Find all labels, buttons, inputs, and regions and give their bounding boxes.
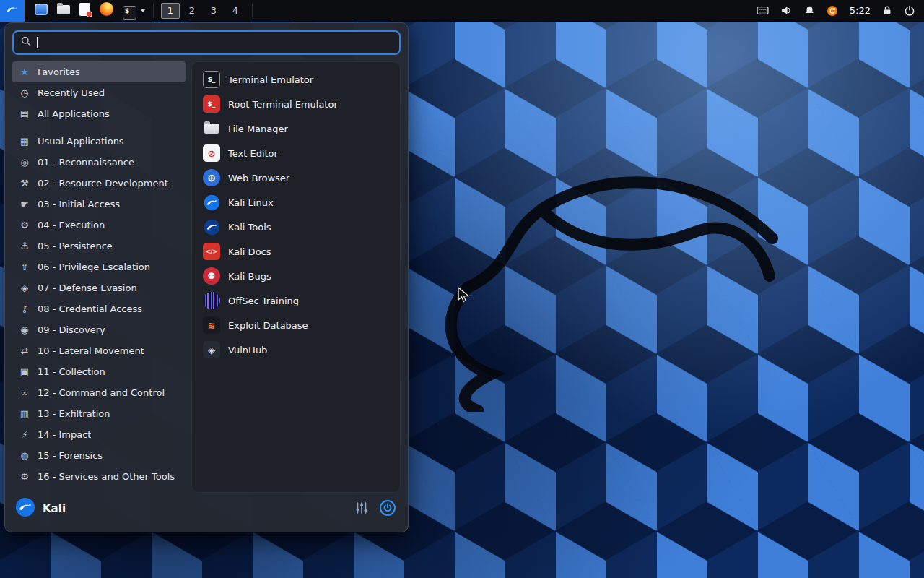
- text-caret: [37, 37, 38, 48]
- privilege-escalation-icon: ⇧: [18, 262, 31, 272]
- top-panel: $ 1234 5:22: [0, 0, 924, 22]
- workspace-button[interactable]: 1: [161, 3, 180, 19]
- menu-settings-button[interactable]: [353, 500, 370, 518]
- applications-menu-button[interactable]: [0, 0, 25, 22]
- app-item[interactable]: ◈VulnHub: [196, 337, 396, 362]
- category-label: 04 - Execution: [38, 220, 105, 230]
- menu-columns: ★Favorites◷Recently Used▤All Application…: [12, 61, 401, 493]
- category-item[interactable]: ◍15 - Forensics: [12, 445, 186, 466]
- app-item[interactable]: Kali Tools: [196, 215, 396, 239]
- category-item[interactable]: ⚙16 - Services and Other Tools: [12, 466, 186, 487]
- logout-button[interactable]: [378, 498, 398, 520]
- category-item[interactable]: ☛03 - Initial Access: [12, 194, 186, 215]
- favorites-app-list: $_Terminal Emulator$_Root Terminal Emula…: [191, 61, 401, 493]
- category-label: 07 - Defense Evasion: [38, 282, 137, 293]
- category-label: 06 - Privilege Escalation: [38, 262, 150, 272]
- window-launcher[interactable]: [35, 4, 48, 18]
- workspace-button[interactable]: 3: [204, 3, 223, 19]
- kali-bugs-icon: ⚉: [203, 267, 220, 285]
- category-item[interactable]: ⚡14 - Impact: [12, 424, 186, 445]
- updates-icon[interactable]: [827, 5, 838, 17]
- category-label: 02 - Resource Development: [38, 178, 168, 189]
- app-item[interactable]: ⊕Web Browser: [196, 165, 396, 190]
- app-item[interactable]: OffSec Training: [196, 288, 396, 313]
- clock[interactable]: 5:22: [850, 5, 871, 16]
- discovery-icon: ◉: [18, 324, 31, 335]
- category-label: 05 - Persistence: [38, 241, 113, 251]
- app-item[interactable]: $_Root Terminal Emulator: [196, 92, 396, 116]
- notifications-icon[interactable]: [804, 5, 815, 16]
- file-manager-launcher[interactable]: [57, 4, 70, 17]
- category-item[interactable]: ◈07 - Defense Evasion: [12, 277, 186, 298]
- keyboard-icon[interactable]: [757, 5, 769, 16]
- text-editor-launcher[interactable]: [79, 3, 90, 19]
- workspace-button[interactable]: 2: [183, 3, 201, 19]
- persistence-icon: ⚓: [18, 241, 31, 251]
- session-menu-icon[interactable]: [904, 5, 915, 17]
- web-browser-launcher[interactable]: [100, 2, 113, 19]
- panel-separator: [153, 4, 154, 18]
- category-list: ★Favorites◷Recently Used▤All Application…: [12, 61, 186, 493]
- exploit-database-icon: ≋: [203, 316, 220, 334]
- search-input[interactable]: [43, 37, 393, 49]
- tune-sliders-icon: [354, 501, 369, 517]
- tray-session-icons: [882, 5, 915, 17]
- text-editor-icon: ⊘: [203, 144, 220, 162]
- app-item[interactable]: ⚉Kali Bugs: [196, 264, 396, 288]
- forensics-icon: ◍: [18, 450, 31, 461]
- category-label: 11 - Collection: [38, 366, 105, 377]
- category-item[interactable]: ⚷08 - Credential Access: [12, 298, 186, 319]
- category-item[interactable]: ▤All Applications: [12, 103, 186, 124]
- app-label: File Manager: [228, 124, 288, 134]
- app-item[interactable]: Kali Linux: [196, 190, 396, 215]
- reconnaissance-icon: ◎: [18, 157, 31, 168]
- lateral-movement-icon: ⇄: [18, 345, 31, 356]
- category-item[interactable]: ⇧06 - Privilege Escalation: [12, 256, 186, 277]
- app-item[interactable]: File Manager: [196, 116, 396, 141]
- search-box[interactable]: [12, 30, 401, 55]
- category-item[interactable]: ◉09 - Discovery: [12, 319, 186, 340]
- category-item[interactable]: ⚓05 - Persistence: [12, 236, 186, 256]
- workspace-button[interactable]: 4: [226, 3, 245, 19]
- category-item[interactable]: ★Favorites: [12, 61, 186, 82]
- category-item[interactable]: ⚙04 - Execution: [12, 215, 186, 236]
- volume-icon[interactable]: [780, 5, 793, 16]
- search-icon: [20, 35, 32, 50]
- terminal-icon: $: [123, 2, 136, 20]
- category-item[interactable]: ▦Usual Applications: [12, 131, 186, 152]
- kali-linux-icon: [203, 194, 220, 211]
- favorites-icon: ★: [18, 66, 31, 77]
- credential-access-icon: ⚷: [18, 303, 31, 314]
- app-label: VulnHub: [228, 345, 267, 355]
- category-item[interactable]: ▥13 - Exfiltration: [12, 403, 186, 424]
- category-item[interactable]: ▣11 - Collection: [12, 361, 186, 382]
- folder-icon: [57, 4, 70, 17]
- command-and-control-icon: ∞: [18, 387, 31, 398]
- category-label: 12 - Command and Control: [38, 387, 165, 398]
- app-item[interactable]: $_Terminal Emulator: [196, 67, 396, 92]
- lock-icon[interactable]: [882, 5, 892, 16]
- terminal-launcher[interactable]: $: [123, 2, 146, 20]
- app-label: Web Browser: [228, 173, 289, 184]
- category-label: All Applications: [38, 108, 110, 119]
- window-icon: [35, 4, 48, 18]
- app-item[interactable]: ≋Exploit Database: [196, 313, 396, 337]
- category-item[interactable]: ∞12 - Command and Control: [12, 382, 186, 403]
- app-item[interactable]: </>Kali Docs: [196, 239, 396, 264]
- usual-applications-icon: ▦: [18, 136, 31, 147]
- category-item[interactable]: ◷Recently Used: [12, 82, 186, 103]
- panel-launchers: $: [35, 2, 146, 20]
- category-item[interactable]: ◎01 - Reconnaissance: [12, 152, 186, 173]
- applications-menu: ★Favorites◷Recently Used▤All Application…: [4, 22, 409, 532]
- all-applications-icon: ▤: [18, 108, 31, 119]
- kali-logo: [15, 497, 35, 520]
- category-item[interactable]: ⇄10 - Lateral Movement: [12, 340, 186, 361]
- power-icon: [379, 499, 396, 519]
- category-label: 15 - Forensics: [38, 450, 103, 461]
- app-item[interactable]: ⊘Text Editor: [196, 141, 396, 165]
- category-label: 10 - Lateral Movement: [38, 345, 144, 356]
- services-and-other-tools-icon: ⚙: [18, 471, 31, 482]
- category-item[interactable]: ⚒02 - Resource Development: [12, 173, 186, 194]
- kali-tools-icon: [203, 218, 220, 236]
- chevron-down-icon[interactable]: [140, 9, 146, 12]
